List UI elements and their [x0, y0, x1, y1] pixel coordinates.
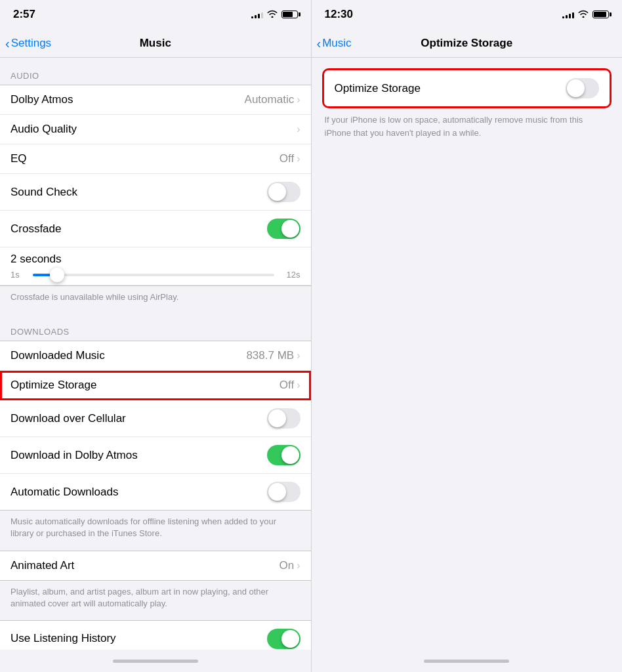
- crossfade-slider-container: 1s 12s: [10, 270, 301, 280]
- listening-history-group: Use Listening History: [0, 620, 311, 650]
- audio-quality-label: Audio Quality: [10, 123, 77, 136]
- downloads-section-header: DOWNLOADS: [0, 314, 311, 341]
- right-time: 12:30: [325, 8, 353, 21]
- right-battery-icon: [592, 10, 609, 18]
- eq-item[interactable]: EQ Off ›: [0, 144, 311, 174]
- optimize-storage-item[interactable]: Optimize Storage Off ›: [0, 371, 311, 400]
- audio-section-header: AUDIO: [0, 58, 311, 85]
- dolby-atmos-chevron-icon: ›: [297, 94, 300, 106]
- left-back-chevron-icon: ‹: [5, 37, 10, 50]
- left-nav-bar: ‹ Settings Music: [0, 29, 311, 58]
- right-optimize-storage-item: Optimize Storage: [324, 70, 610, 106]
- downloaded-music-item[interactable]: Downloaded Music 838.7 MB ›: [0, 341, 311, 371]
- automatic-downloads-item: Automatic Downloads: [0, 474, 311, 510]
- animated-art-group: Animated Art On ›: [0, 551, 311, 581]
- right-nav-title: Optimize Storage: [421, 37, 512, 50]
- downloads-group: Downloaded Music 838.7 MB › Optimize Sto…: [0, 341, 311, 511]
- right-status-icons: [562, 9, 609, 20]
- right-wifi-icon: [578, 9, 589, 20]
- eq-chevron-icon: ›: [297, 153, 300, 165]
- downloaded-music-right: 838.7 MB ›: [246, 349, 300, 362]
- right-optimize-storage-label: Optimize Storage: [335, 82, 421, 95]
- left-back-button[interactable]: ‹ Settings: [5, 37, 51, 50]
- slider-max-label: 12s: [281, 270, 301, 280]
- right-home-bar: [424, 660, 509, 663]
- crossfade-note: Crossfade is unavailable while using Air…: [0, 286, 311, 314]
- listening-history-item: Use Listening History: [0, 621, 311, 650]
- left-time: 2:57: [13, 8, 35, 21]
- right-status-bar: 12:30: [312, 0, 623, 29]
- left-home-indicator: [0, 650, 311, 672]
- sound-check-toggle[interactable]: [267, 182, 301, 202]
- download-in-dolby-toggle[interactable]: [267, 445, 301, 465]
- left-panel: 2:57 ‹ Settings: [0, 0, 311, 672]
- slider-min-label: 1s: [10, 270, 26, 280]
- animated-art-item[interactable]: Animated Art On ›: [0, 551, 311, 580]
- audio-quality-item[interactable]: Audio Quality ›: [0, 115, 311, 144]
- left-back-label: Settings: [11, 37, 51, 50]
- download-over-cellular-item: Download over Cellular: [0, 400, 311, 437]
- optimize-storage-right: Off ›: [280, 379, 301, 392]
- right-home-indicator: [312, 650, 623, 672]
- animated-art-value: On: [279, 559, 294, 572]
- right-optimize-storage-toggle[interactable]: [566, 78, 599, 98]
- automatic-downloads-toggle[interactable]: [267, 482, 301, 502]
- downloaded-music-chevron-icon: ›: [297, 350, 300, 362]
- optimize-storage-label: Optimize Storage: [10, 379, 96, 392]
- right-signal-icon: [562, 10, 574, 18]
- dolby-atmos-label: Dolby Atmos: [10, 93, 73, 106]
- right-back-label: Music: [322, 37, 351, 50]
- optimize-storage-description: If your iPhone is low on space, automati…: [322, 108, 612, 144]
- left-content-scroll[interactable]: AUDIO Dolby Atmos Automatic › Audio Qual…: [0, 58, 311, 650]
- download-in-dolby-label: Download in Dolby Atmos: [10, 449, 138, 462]
- eq-label: EQ: [10, 152, 27, 165]
- download-over-cellular-toggle[interactable]: [267, 408, 301, 429]
- automatic-downloads-label: Automatic Downloads: [10, 486, 118, 499]
- left-nav-title: Music: [140, 37, 171, 50]
- animated-art-right: On ›: [279, 559, 300, 572]
- animated-art-chevron-icon: ›: [297, 560, 300, 572]
- left-status-bar: 2:57: [0, 0, 311, 29]
- left-home-bar: [113, 660, 198, 663]
- right-content-scroll: Optimize Storage If your iPhone is low o…: [312, 58, 623, 650]
- crossfade-item: Crossfade: [0, 211, 311, 247]
- audio-quality-chevron-icon: ›: [297, 123, 300, 135]
- crossfade-toggle[interactable]: [267, 219, 301, 239]
- wifi-icon: [267, 9, 278, 20]
- dolby-atmos-item[interactable]: Dolby Atmos Automatic ›: [0, 85, 311, 115]
- sound-check-item: Sound Check: [0, 174, 311, 211]
- optimize-storage-card: Optimize Storage: [322, 68, 612, 108]
- right-back-button[interactable]: ‹ Music: [317, 37, 352, 50]
- animated-art-note: Playlist, album, and artist pages, album…: [0, 581, 311, 620]
- audio-group: Dolby Atmos Automatic › Audio Quality › …: [0, 85, 311, 286]
- crossfade-slider-row: 2 seconds 1s 12s: [0, 247, 311, 285]
- listening-history-label: Use Listening History: [10, 632, 116, 645]
- downloaded-music-label: Downloaded Music: [10, 349, 105, 362]
- signal-icon: [251, 10, 263, 18]
- right-nav-bar: ‹ Music Optimize Storage: [312, 29, 623, 58]
- battery-icon: [281, 10, 298, 18]
- optimize-storage-chevron-icon: ›: [297, 379, 300, 391]
- right-panel: 12:30 ‹ Music Op: [312, 0, 623, 672]
- crossfade-slider-track[interactable]: [33, 274, 274, 276]
- right-back-chevron-icon: ‹: [317, 37, 321, 50]
- listening-history-toggle[interactable]: [267, 629, 301, 649]
- crossfade-seconds-label: 2 seconds: [10, 253, 301, 266]
- crossfade-slider-thumb[interactable]: [50, 268, 64, 282]
- sound-check-label: Sound Check: [10, 186, 77, 199]
- left-status-icons: [251, 9, 298, 20]
- eq-right: Off ›: [280, 152, 301, 165]
- crossfade-label: Crossfade: [10, 222, 61, 236]
- audio-quality-right: ›: [297, 123, 300, 135]
- dolby-atmos-right: Automatic ›: [245, 93, 301, 106]
- download-in-dolby-item: Download in Dolby Atmos: [0, 437, 311, 474]
- download-over-cellular-label: Download over Cellular: [10, 412, 126, 425]
- automatic-downloads-note: Music automatically downloads for offlin…: [0, 511, 311, 550]
- animated-art-label: Animated Art: [10, 559, 74, 572]
